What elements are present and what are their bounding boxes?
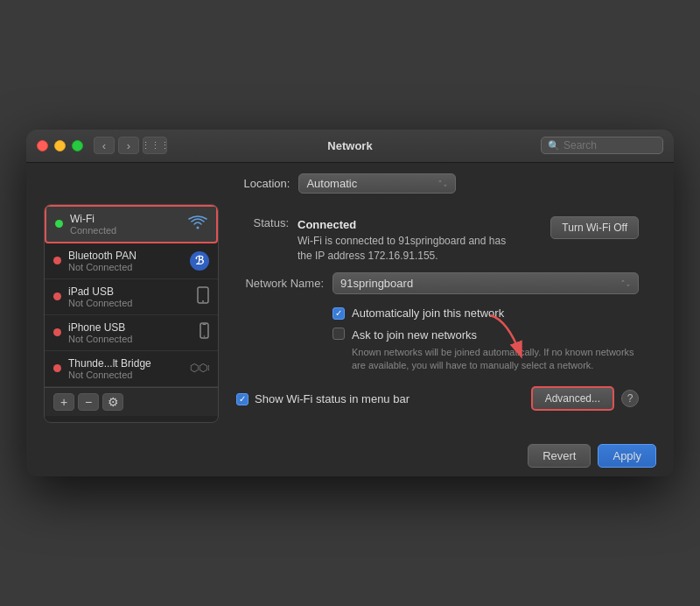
ask-join-checkbox[interactable] — [332, 328, 345, 340]
iphone-item-status: Not Connected — [68, 334, 192, 344]
sidebar-item-thunderbolt[interactable]: Thunde...lt Bridge Not Connected ⬡⬡⬡ — [45, 351, 218, 387]
advanced-button[interactable]: Advanced... — [531, 386, 614, 411]
wifi-status-dot — [55, 220, 63, 228]
content-area: Location: Automatic Wi-Fi Connected — [26, 163, 674, 436]
remove-network-button[interactable]: − — [78, 393, 99, 411]
forward-button[interactable]: › — [118, 137, 139, 154]
wifi-item-status: Connected — [70, 225, 181, 236]
help-button[interactable]: ? — [621, 390, 639, 407]
auto-join-row[interactable]: ✓ Automatically join this network — [332, 307, 639, 320]
network-name-row: Network Name: 91springboard — [236, 272, 639, 294]
status-row: Status: Connected Wi-Fi is connected to … — [236, 216, 639, 262]
ipad-device-icon — [197, 286, 209, 307]
sidebar-bottom: + − ⚙ — [45, 387, 218, 416]
network-name-label: Network Name: — [236, 277, 324, 290]
ipad-item-name: iPad USB — [68, 285, 190, 298]
search-icon: 🔍 — [548, 140, 560, 152]
location-label: Location: — [244, 177, 290, 190]
svg-point-0 — [197, 226, 200, 229]
location-select-wrapper[interactable]: Automatic — [298, 173, 456, 194]
search-box[interactable]: 🔍 — [541, 137, 663, 154]
sidebar-item-bluetooth[interactable]: Bluetooth PAN Not Connected ℬ — [45, 243, 218, 279]
settings-button[interactable]: ⚙ — [102, 393, 123, 411]
bottom-row: ✓ Show Wi-Fi status in menu bar Advanced… — [236, 386, 639, 411]
bluetooth-item-text: Bluetooth PAN Not Connected — [68, 250, 183, 272]
close-button[interactable] — [37, 140, 48, 152]
iphone-status-dot — [53, 328, 61, 336]
turn-wifi-off-button[interactable]: Turn Wi-Fi Off — [550, 216, 639, 239]
traffic-lights — [37, 140, 83, 152]
search-input[interactable] — [564, 139, 656, 152]
svg-point-4 — [204, 335, 206, 337]
status-desc-1: Wi-Fi is connected to 91springboard and … — [298, 235, 506, 247]
ask-join-text: Ask to join new networks Known networks … — [352, 327, 639, 373]
ipad-item-text: iPad USB Not Connected — [68, 285, 190, 308]
thunderbolt-item-status: Not Connected — [68, 370, 183, 380]
bluetooth-item-name: Bluetooth PAN — [68, 250, 183, 262]
thunderbolt-icon: ⬡⬡⬡ — [190, 360, 209, 377]
wifi-item-text: Wi-Fi Connected — [70, 213, 181, 236]
grid-button[interactable]: ⋮⋮⋮ — [143, 137, 167, 154]
network-sidebar: Wi-Fi Connected — [44, 204, 219, 424]
sidebar-item-ipad[interactable]: iPad USB Not Connected — [45, 279, 218, 315]
revert-button[interactable]: Revert — [528, 444, 591, 468]
ask-join-row[interactable]: Ask to join new networks Known networks … — [332, 327, 639, 373]
status-desc-2: the IP address 172.16.91.155. — [298, 250, 506, 262]
sidebar-item-iphone[interactable]: iPhone USB Not Connected — [45, 315, 218, 351]
bluetooth-icon: ℬ — [190, 251, 209, 271]
window-title: Network — [327, 139, 372, 152]
wifi-item-name: Wi-Fi — [70, 213, 181, 225]
status-label: Status: — [236, 216, 289, 229]
location-select[interactable]: Automatic — [298, 173, 456, 194]
show-wifi-label: Show Wi-Fi status in menu bar — [255, 392, 410, 405]
bluetooth-item-status: Not Connected — [68, 262, 183, 272]
maximize-button[interactable] — [72, 140, 83, 152]
detail-panel: Status: Connected Wi-Fi is connected to … — [219, 204, 656, 424]
bluetooth-status-dot — [53, 257, 61, 264]
network-select-wrapper[interactable]: 91springboard — [332, 272, 639, 294]
iphone-item-name: iPhone USB — [68, 321, 192, 334]
apply-button[interactable]: Apply — [598, 444, 656, 468]
add-network-button[interactable]: + — [53, 393, 74, 411]
show-wifi-checkbox[interactable]: ✓ — [236, 393, 248, 405]
main-row: Wi-Fi Connected — [44, 204, 656, 424]
thunderbolt-status-dot — [53, 364, 61, 372]
sidebar-item-wifi[interactable]: Wi-Fi Connected — [45, 205, 218, 243]
svg-point-2 — [202, 300, 204, 302]
ask-join-desc: Known networks will be joined automatica… — [352, 346, 639, 373]
status-info: Connected Wi-Fi is connected to 91spring… — [298, 216, 506, 262]
minimize-button[interactable] — [54, 140, 66, 152]
titlebar: ‹ › ⋮⋮⋮ Network 🔍 — [26, 130, 674, 163]
status-value: Connected — [298, 218, 356, 231]
iphone-device-icon — [200, 322, 209, 342]
location-row: Location: Automatic — [44, 173, 656, 194]
back-button[interactable]: ‹ — [94, 137, 115, 154]
thunderbolt-item-text: Thunde...lt Bridge Not Connected — [68, 357, 183, 380]
network-select[interactable]: 91springboard — [332, 272, 639, 294]
ipad-item-status: Not Connected — [68, 298, 190, 308]
svg-text:⬡⬡⬡: ⬡⬡⬡ — [190, 362, 209, 374]
footer-row: Revert Apply — [26, 435, 674, 476]
auto-join-label: Automatically join this network — [352, 307, 504, 320]
wifi-signal-icon — [188, 215, 207, 233]
auto-join-checkbox[interactable]: ✓ — [332, 307, 345, 320]
ipad-status-dot — [53, 292, 61, 300]
thunderbolt-item-name: Thunde...lt Bridge — [68, 357, 183, 370]
show-wifi-row[interactable]: ✓ Show Wi-Fi status in menu bar — [236, 392, 410, 405]
ask-join-label: Ask to join new networks — [352, 328, 477, 342]
iphone-item-text: iPhone USB Not Connected — [68, 321, 192, 344]
